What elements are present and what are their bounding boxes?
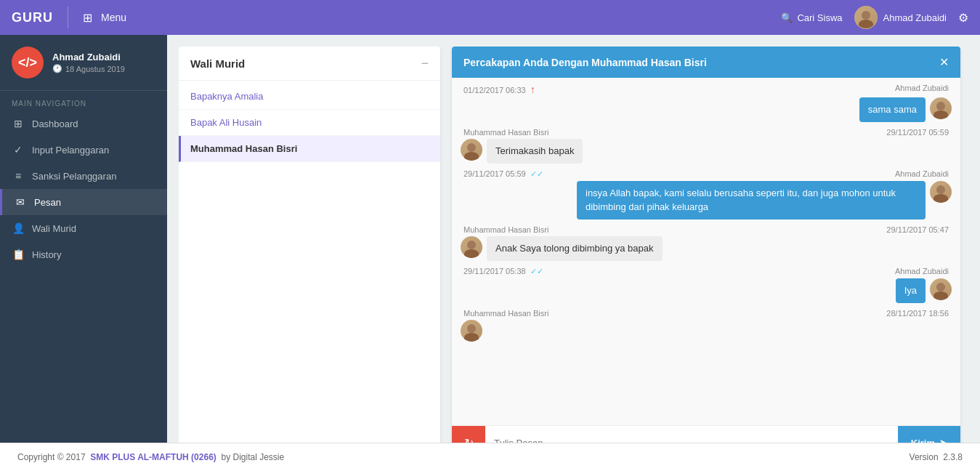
sidebar-item-sanksi-pelanggaran[interactable]: ≡ Sanksi Pelanggaran [0,163,167,189]
sidebar-label-sanksi: Sanksi Pelanggaran [32,171,116,182]
msg-meta-6: Muhammad Hasan Bisri 28/11/2017 18:56 [461,309,952,318]
grid-icon: ⊞ [83,11,92,25]
dashboard-icon: ⊞ [12,118,25,129]
header-user-name: Ahmad Zubaidi [883,12,947,23]
main-layout: </> Ahmad Zubaidi 🕐 18 Agustus 2019 MAIN… [0,0,980,471]
msg-bubble-row-4: Anak Saya tolong dibimbing ya bapak [461,236,952,261]
search-area[interactable]: 🔍 Cari Siswa [781,12,842,23]
message-group-5: Ahmad Zubaidi 29/11/2017 05:38 ✓✓ Iya [461,267,952,303]
msg-bubble-row-5: Iya [461,278,952,303]
sender-avatar-5 [930,278,952,300]
search-icon: 🔍 [781,12,793,23]
chat-title: Percakapan Anda Dengan Muhammad Hasan Bi… [463,57,707,68]
msg-meta-2: Muhammad Hasan Bisri 29/11/2017 05:59 [461,128,952,137]
chat-close-button[interactable]: ✕ [939,55,949,69]
message-group-4: Muhammad Hasan Bisri 29/11/2017 05:47 An… [461,225,952,261]
check-icon: ✓ [12,144,25,156]
chat-bubble-3: insya Allah bapak, kami selalu berusaha … [577,181,926,219]
msg-meta-3: Ahmad Zubaidi 29/11/2017 05:59 ✓✓ [461,169,952,179]
msg-bubble-row-3: insya Allah bapak, kami selalu berusaha … [461,181,952,219]
message-icon: ✉ [14,196,27,208]
sidebar-user-name: Ahmad Zubaidi [52,52,125,63]
chat-bubble-2: Terimakasih bapak [487,139,583,164]
person-icon: 👤 [12,222,25,234]
chat-bubble-1: sama sama [859,97,926,122]
message-group-1: Ahmad Zubaidi 01/12/2017 06:33 ↑ sama sa… [461,84,952,122]
sidebar-label-wali: Wali Murid [32,223,76,234]
body-area: Wali Murid − Bapaknya Amalia Bapak Ali H… [179,47,968,459]
msg-timestamp-6: 28/11/2017 18:56 [886,309,949,318]
msg-timestamp-3: 29/11/2017 05:59 [463,169,526,178]
msg-sender-3: Ahmad Zubaidi [895,169,949,179]
footer-version: Version 2.3.8 [910,452,963,462]
read-ticks-5: ✓✓ [530,267,543,275]
sidebar-item-wali-murid[interactable]: 👤 Wali Murid [0,215,167,241]
sidebar-label-history: History [32,249,61,260]
receiver-avatar-6 [461,320,482,342]
msg-sender-4: Muhammad Hasan Bisri [463,225,548,234]
search-label: Cari Siswa [797,12,842,23]
msg-sender-5: Ahmad Zubaidi [895,267,949,276]
chat-bubble-5: Iya [896,278,926,303]
history-icon: 📋 [12,249,25,260]
header-divider [68,7,68,28]
sidebar-item-pesan[interactable]: ✉ Pesan [0,189,167,215]
sidebar-section-label: MAIN NAVIGATION [0,91,167,110]
arrow-up-icon: ↑ [530,84,535,95]
footer-school-link[interactable]: SMK PLUS AL-MAFTUH (0266) [90,452,216,462]
msg-bubble-row-6 [461,320,952,342]
sidebar-avatar: </> [12,47,44,78]
wali-item-bapaknya-amalia[interactable]: Bapaknya Amalia [179,84,440,110]
message-group-3: Ahmad Zubaidi 29/11/2017 05:59 ✓✓ insya … [461,169,952,219]
wali-murid-panel: Wali Murid − Bapaknya Amalia Bapak Ali H… [179,47,440,459]
list-icon: ≡ [12,170,25,182]
user-avatar-top [854,6,878,29]
content-area: Wali Murid − Bapaknya Amalia Bapak Ali H… [167,35,980,471]
wali-panel-title: Wali Murid [190,57,245,70]
avatar-face [855,7,877,28]
sidebar: </> Ahmad Zubaidi 🕐 18 Agustus 2019 MAIN… [0,35,167,471]
chat-bubble-4: Anak Saya tolong dibimbing ya bapak [487,236,663,261]
settings-icon[interactable]: ⚙ [958,11,968,25]
sidebar-item-history[interactable]: 📋 History [0,241,167,267]
chat-messages[interactable]: Ahmad Zubaidi 01/12/2017 06:33 ↑ sama sa… [452,78,960,425]
msg-sender-6: Muhammad Hasan Bisri [463,309,548,318]
sidebar-item-dashboard[interactable]: ⊞ Dashboard [0,110,167,137]
msg-timestamp-1: 01/12/2017 06:33 [463,86,526,94]
sidebar-user-details: Ahmad Zubaidi 🕐 18 Agustus 2019 [52,52,125,73]
msg-sender-2: Muhammad Hasan Bisri [463,128,548,137]
message-group-6: Muhammad Hasan Bisri 28/11/2017 18:56 [461,309,952,342]
footer: Copyright © 2017 SMK PLUS AL-MAFTUH (026… [0,443,980,471]
sidebar-label-pesan: Pesan [34,197,61,208]
sender-avatar-3 [930,181,952,203]
user-area: Ahmad Zubaidi [854,6,947,29]
minimize-button[interactable]: − [421,57,429,70]
sender-avatar-1 [930,97,952,119]
msg-bubble-row-2: Terimakasih bapak [461,139,952,164]
wali-item-bapak-ali-husain[interactable]: Bapak Ali Husain [179,110,440,136]
footer-copyright: Copyright © 2017 SMK PLUS AL-MAFTUH (026… [17,452,284,462]
chat-panel: Percakapan Anda Dengan Muhammad Hasan Bi… [452,47,960,459]
wali-item-muhammad-hasan-bisri[interactable]: Muhammad Hasan Bisri [179,136,440,162]
wali-panel-header: Wali Murid − [179,47,440,81]
sidebar-user-info: </> Ahmad Zubaidi 🕐 18 Agustus 2019 [0,35,167,91]
sidebar-user-date: 🕐 18 Agustus 2019 [52,64,125,73]
receiver-avatar-4 [461,236,482,258]
msg-timestamp-5: 29/11/2017 05:38 [463,267,526,275]
sidebar-label-input: Input Pelanggaran [32,145,109,156]
sidebar-item-input-pelanggaran[interactable]: ✓ Input Pelanggaran [0,137,167,163]
msg-meta-1: Ahmad Zubaidi 01/12/2017 06:33 ↑ [461,84,952,95]
header-left: GURU ⊞ Menu [12,7,126,28]
receiver-avatar-2 [461,139,482,161]
message-group-2: Muhammad Hasan Bisri 29/11/2017 05:59 Te… [461,128,952,164]
read-ticks-3: ✓✓ [530,169,543,178]
msg-meta-4: Muhammad Hasan Bisri 29/11/2017 05:47 [461,225,952,234]
wali-list: Bapaknya Amalia Bapak Ali Husain Muhamma… [179,81,440,165]
msg-sender-1: Ahmad Zubaidi [895,84,949,95]
header-right: 🔍 Cari Siswa Ahmad Zubaidi ⚙ [781,6,968,29]
msg-timestamp-2: 29/11/2017 05:59 [886,128,949,137]
menu-label: Menu [101,12,126,23]
msg-timestamp-4: 29/11/2017 05:47 [886,225,949,234]
clock-icon: 🕐 [52,64,62,73]
top-header: GURU ⊞ Menu 🔍 Cari Siswa Ahmad Zubaidi ⚙ [0,0,980,35]
